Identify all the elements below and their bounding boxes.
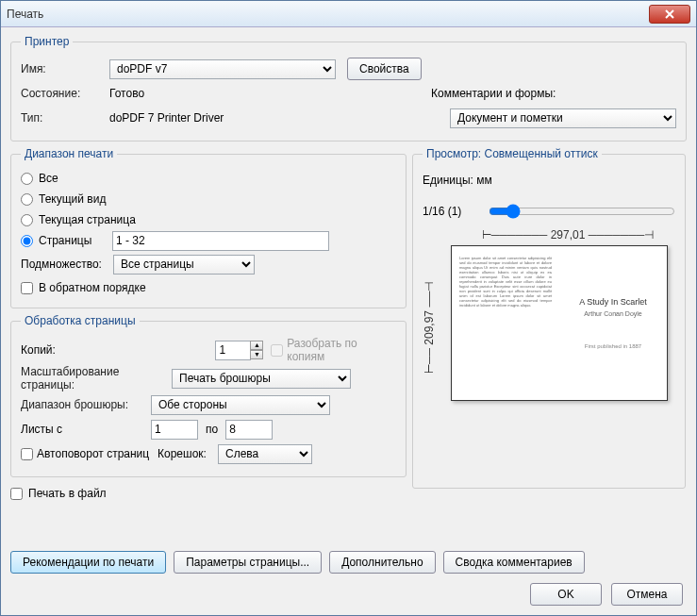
radio-currentview-label: Текущий вид [39, 192, 106, 206]
dim-height: 209,97 [423, 310, 436, 345]
spin-down-icon[interactable]: ▼ [250, 350, 263, 359]
pages-input[interactable] [112, 231, 329, 251]
scaling-select[interactable]: Печать брошюры [172, 369, 351, 389]
scaling-label: Масштабирование страницы: [21, 365, 172, 391]
sheets-from-label: Листы с [21, 423, 151, 436]
radio-all[interactable] [21, 173, 33, 185]
window-title: Печать [7, 8, 43, 21]
spin-up-icon[interactable]: ▲ [250, 341, 263, 350]
preview-book-author: Arthur Conan Doyle [584, 310, 641, 317]
printer-state-value: Готово [109, 87, 144, 100]
radio-currentpage-label: Текущая страница [39, 213, 136, 226]
page-setup-button[interactable]: Параметры страницы... [174, 551, 322, 574]
comments-summary-button[interactable]: Сводка комментариев [443, 551, 585, 574]
print-dialog: Печать Принтер Имя: doPDF v7 Свойства Со… [0, 0, 697, 616]
subset-label: Подмножество: [21, 258, 113, 271]
printer-type-label: Тип: [21, 111, 109, 125]
preview-book-title: A Study In Scarlet [579, 297, 647, 307]
preview-right-page: A Study In Scarlet Arthur Conan Doyle Fi… [559, 246, 667, 400]
print-tips-button[interactable]: Рекомендации по печати [10, 551, 166, 574]
preview-book-pub: First published in 1887 [585, 343, 641, 349]
copies-input[interactable] [215, 341, 251, 360]
dim-width: 297,01 [551, 228, 586, 241]
close-button[interactable] [649, 5, 690, 24]
zoom-slider[interactable] [489, 204, 675, 219]
zoom-label: 1/16 (1) [423, 205, 489, 218]
preview-left-page: Lorem ipsum dolor sit amet consectetur a… [452, 246, 559, 400]
sheets-to-input[interactable] [225, 420, 273, 440]
close-icon [665, 9, 674, 19]
booklet-range-select[interactable]: Обе стороны [151, 395, 330, 415]
reverse-checkbox[interactable] [21, 282, 33, 294]
printer-state-label: Состояние: [21, 87, 109, 100]
copies-spinner[interactable]: ▲▼ [215, 341, 263, 360]
preview-group: Просмотр: Совмещенный оттиск Единицы: мм… [412, 147, 686, 489]
booklet-range-label: Диапазон брошюры: [21, 398, 151, 411]
properties-button[interactable]: Свойства [347, 58, 422, 80]
sheets-from-input[interactable] [151, 420, 198, 440]
collate-checkbox [271, 344, 283, 357]
subset-select[interactable]: Все страницы [113, 255, 255, 275]
ok-button[interactable]: OK [530, 583, 602, 606]
printer-type-value: doPDF 7 Printer Driver [109, 111, 224, 125]
auto-rotate-label: Автоповорот страниц [37, 447, 158, 460]
print-range-group: Диапазон печати Все Текущий вид Текущая … [10, 147, 407, 308]
radio-current-page[interactable] [21, 214, 33, 226]
print-to-file-checkbox[interactable] [10, 488, 23, 500]
preview-page: Lorem ipsum dolor sit amet consectetur a… [451, 245, 668, 401]
binding-label: Корешок: [158, 447, 218, 460]
titlebar: Печать [1, 1, 696, 27]
printer-name-select[interactable]: doPDF v7 [109, 59, 336, 79]
auto-rotate-checkbox[interactable] [21, 448, 33, 460]
radio-pages-label: Страницы [39, 234, 112, 247]
page-handling-group: Обработка страницы Копий: ▲▼ Разобрать п… [10, 314, 407, 477]
cancel-button[interactable]: Отмена [611, 583, 683, 606]
collate-label: Разобрать по копиям [287, 337, 396, 363]
advanced-button[interactable]: Дополнительно [329, 551, 435, 574]
units-label: Единицы: мм [423, 174, 675, 187]
print-to-file-label: Печать в файл [28, 487, 107, 500]
ok-cancel-bar: OK Отмена [530, 583, 683, 606]
to-label: по [198, 423, 225, 436]
radio-all-label: Все [39, 172, 58, 185]
printer-name-label: Имя: [21, 62, 109, 75]
preview-legend: Просмотр: Совмещенный оттиск [423, 147, 602, 160]
binding-select[interactable]: Слева [218, 444, 312, 464]
handling-legend: Обработка страницы [21, 314, 140, 327]
radio-current-view[interactable] [21, 193, 33, 206]
range-legend: Диапазон печати [21, 147, 117, 160]
reverse-label: В обратном порядке [39, 281, 146, 294]
radio-pages[interactable] [21, 235, 33, 247]
comments-label: Комментарии и формы: [431, 87, 676, 100]
copies-label: Копий: [21, 343, 215, 357]
preview-frame: ⊢─────── 297,01 ───────⊣ ⊢── 209,97 ──⊣ … [423, 228, 675, 408]
printer-legend: Принтер [21, 35, 73, 48]
bottom-button-bar: Рекомендации по печати Параметры страниц… [10, 551, 687, 574]
comments-select[interactable]: Документ и пометки [450, 108, 676, 128]
printer-group: Принтер Имя: doPDF v7 Свойства Состояние… [10, 35, 687, 142]
